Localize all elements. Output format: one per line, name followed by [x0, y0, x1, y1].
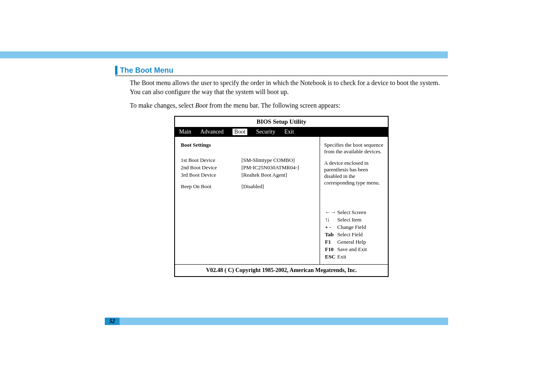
row-value[interactable]: [Realtek Boot Agent]: [225, 171, 315, 179]
key-label: ESC: [325, 254, 335, 260]
key-desc: Select Item: [337, 217, 368, 223]
table-row[interactable]: 1st Boot Device [SM-Slimtype COMBO]: [181, 157, 315, 164]
top-accent-bar: [0, 51, 448, 58]
intro-paragraph-2: To make changes, select Boot from the me…: [130, 101, 448, 110]
key-label: F1: [325, 239, 335, 245]
key-desc: Select Screen: [337, 209, 368, 216]
arrows-up-down-icon: ↑↓: [325, 217, 335, 223]
row-value[interactable]: [SM-Slimtype COMBO]: [225, 157, 315, 164]
key-desc: Exit: [337, 254, 368, 260]
footer-accent-bar: [105, 318, 448, 325]
tab-main[interactable]: Main: [179, 129, 191, 135]
row-label: 1st Boot Device: [181, 157, 225, 164]
section-title-wrapper: The Boot Menu: [115, 66, 448, 76]
page-content: The Boot Menu The Boot menu allows the u…: [115, 66, 448, 277]
key-desc: Change Field: [337, 224, 368, 231]
p2-pre: To make changes, select: [130, 102, 195, 109]
p2-em: Boot: [195, 102, 207, 109]
key-label: Tab: [325, 231, 335, 238]
key-row: ↑↓ Select Item: [325, 217, 368, 223]
p2-post: from the menu bar. The following screen …: [207, 102, 340, 109]
beep-value[interactable]: [Disabled]: [225, 183, 315, 190]
tab-exit[interactable]: Exit: [284, 129, 294, 135]
bios-key-legend: ← → Select Screen ↑↓ Select Item + - Cha…: [324, 208, 385, 261]
key-row: ← → Select Screen: [325, 209, 368, 216]
table-row[interactable]: 3rd Boot Device [Realtek Boot Agent]: [181, 171, 315, 179]
bios-app-title: BIOS Setup Utility: [175, 117, 388, 127]
key-desc: Select Field: [337, 231, 368, 238]
key-label: + -: [325, 224, 335, 231]
key-row: ESC Exit: [325, 254, 368, 260]
bios-copyright: V02.48 ( C) Copyright 1985-2002, America…: [175, 264, 388, 276]
boot-settings-heading: Boot Settings: [181, 142, 315, 148]
bios-setup-utility: BIOS Setup Utility Main Advanced Boot Se…: [174, 116, 389, 277]
bios-help-pane: Specifies the boot sequence from the ava…: [320, 137, 388, 264]
key-row: F10 Save and Exit: [325, 246, 368, 253]
row-value[interactable]: [PM-IC25N030ATMR04-]: [225, 164, 315, 171]
tab-advanced[interactable]: Advanced: [200, 129, 224, 135]
tab-boot[interactable]: Boot: [233, 129, 247, 135]
bios-help-text: Specifies the boot sequence from the ava…: [324, 142, 385, 191]
key-row: Tab Select Field: [325, 231, 368, 238]
key-row: F1 General Help: [325, 239, 368, 245]
key-desc: Save and Exit: [337, 246, 368, 253]
beep-label: Beep On Boot: [181, 183, 225, 190]
help-text-1: Specifies the boot sequence from the ava…: [324, 142, 385, 155]
row-label: 2nd Boot Device: [181, 164, 225, 171]
row-label: 3rd Boot Device: [181, 171, 225, 179]
table-row[interactable]: Beep On Boot [Disabled]: [181, 183, 315, 190]
bios-body: Boot Settings 1st Boot Device [SM-Slimty…: [175, 137, 388, 264]
table-row[interactable]: 2nd Boot Device [PM-IC25N030ATMR04-]: [181, 164, 315, 171]
key-label: F10: [325, 246, 335, 253]
section-title: The Boot Menu: [120, 66, 173, 75]
help-text-2: A device enclosed in parenthesis has bee…: [324, 160, 385, 186]
bios-menubar[interactable]: Main Advanced Boot Security Exit: [175, 127, 388, 137]
key-desc: General Help: [337, 239, 368, 245]
arrows-left-right-icon: ← →: [325, 209, 335, 216]
key-row: + - Change Field: [325, 224, 368, 231]
boot-settings-table: 1st Boot Device [SM-Slimtype COMBO] 2nd …: [181, 157, 315, 190]
title-accent-bar: [115, 66, 117, 75]
bios-settings-pane: Boot Settings 1st Boot Device [SM-Slimty…: [175, 137, 320, 264]
intro-paragraph-1: The Boot menu allows the user to specify…: [130, 78, 448, 96]
page-number: 52: [105, 318, 120, 325]
tab-security[interactable]: Security: [256, 129, 276, 135]
